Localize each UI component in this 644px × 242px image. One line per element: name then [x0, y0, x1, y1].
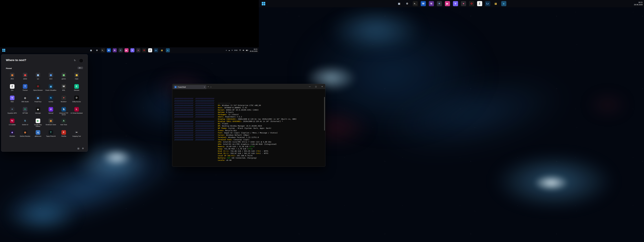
recent-folder-icon[interactable]: ▤ — [78, 147, 79, 150]
start-menu-app[interactable]: ▦ maps — [70, 73, 83, 81]
start-button[interactable] — [260, 0, 267, 7]
taskbar-app-icon[interactable]: V — [130, 48, 134, 52]
start-menu-app[interactable]: V Viber — [6, 96, 19, 104]
tab-dropdown-button[interactable]: ⌄ — [210, 85, 212, 88]
settings-icon[interactable]: ⚙ — [82, 147, 84, 150]
start-menu-app[interactable]: ▦ store — [44, 73, 57, 81]
taskbar-app-icon[interactable]: W — [107, 48, 111, 52]
taskbar-app-icon[interactable]: Z — [477, 1, 482, 6]
start-menu-app[interactable]: L LG Smart Assistant — [70, 107, 83, 116]
start-menu-app[interactable]: ⇅ Universal FTP Server — [57, 107, 70, 116]
start-button[interactable] — [1, 47, 7, 53]
language-indicator[interactable]: ENG — [234, 49, 238, 51]
start-menu-app[interactable]: ▦ adobe — [19, 73, 32, 81]
start-menu-app[interactable]: ▦ PowerToys — [32, 96, 44, 104]
taskbar-app-icon[interactable]: Lr — [485, 1, 490, 6]
app-glyph: N — [50, 96, 52, 99]
start-menu-app[interactable]: ✂ Snipping Tool — [70, 130, 83, 139]
onedrive-icon[interactable]: ☁ — [228, 49, 230, 51]
new-tab-button[interactable]: + — [208, 85, 209, 88]
taskbar-app-icon[interactable]: ▶ — [445, 1, 450, 6]
volume-icon[interactable] — [242, 49, 244, 51]
taskbar-app-icon[interactable]: ✦ — [118, 48, 123, 52]
taskbar-app-icon[interactable]: O — [469, 1, 474, 6]
start-menu-app[interactable]: ◎ OBS Studio — [19, 96, 32, 104]
start-menu-app[interactable]: S Seelen UI — [19, 118, 32, 127]
taskbar-app-icon[interactable]: ▤ — [493, 1, 498, 6]
app-label: DaVinci Resolve — [20, 135, 30, 139]
clock[interactable]: 18:21 26.06.2025 — [634, 1, 643, 6]
start-menu-app[interactable]: Z Zen — [6, 84, 19, 93]
start-menu-app[interactable]: ▦ sys — [32, 73, 44, 81]
tab-close-icon[interactable]: ✕ — [204, 86, 205, 88]
start-menu-app[interactable]: W WSL — [57, 84, 70, 93]
start-menu-app[interactable]: A Auto Tools — [57, 118, 70, 127]
close-button[interactable]: ✕ — [319, 84, 325, 89]
start-menu-app[interactable]: D Dolby Access — [70, 96, 83, 104]
start-menu-app[interactable]: N nuclear — [44, 96, 57, 104]
refresh-icon[interactable]: ↻ — [74, 59, 76, 62]
start-menu-app[interactable]: q qBittorrent — [32, 130, 44, 139]
start-menu-app[interactable]: O Opera Browser — [32, 84, 44, 93]
taskbar-app-icon[interactable]: V — [453, 1, 458, 6]
wifi-icon[interactable] — [239, 49, 241, 51]
start-menu-app[interactable]: ◆ Inkscape — [32, 107, 44, 116]
app-glyph: ▦ — [63, 74, 65, 76]
taskbar-app-icon[interactable]: ▦ — [89, 48, 93, 52]
hidden-icons-chevron[interactable]: ∧ — [226, 49, 227, 51]
taskbar-app-icon[interactable]: Lr — [154, 48, 158, 52]
start-menu-app[interactable]: ♥ Nicotine+ — [57, 96, 70, 104]
taskbar-app-icon[interactable]: Z — [148, 48, 152, 52]
avatar[interactable] — [79, 58, 83, 63]
tray-app-icon[interactable]: ✦ — [232, 49, 233, 51]
app-label: DroidCam Client — [46, 124, 56, 127]
taskbar-app-icon[interactable]: ♥ — [136, 48, 140, 52]
taskbar-app-icon[interactable]: N — [113, 48, 117, 52]
start-menu-app[interactable]: ↻ LG Update — [6, 118, 19, 127]
start-menu-app[interactable]: ≡ Equalizer APO — [6, 107, 19, 116]
start-menu-app[interactable]: T Thorium — [19, 84, 32, 93]
taskbar-app-icon[interactable]: e — [166, 48, 170, 52]
info-value: 742,66 GiB / 953,05 GiB ( — [230, 150, 257, 152]
taskbar-app-icon[interactable]: O — [142, 48, 146, 52]
minimize-button[interactable]: — — [307, 84, 313, 89]
start-menu-app[interactable]: U Upscayl — [44, 107, 57, 116]
start-menu-app[interactable]: T Topaz Photo AI — [44, 130, 57, 139]
start-menu-title: Where to next? — [6, 58, 26, 62]
start-menu-app[interactable]: G GPT4All — [19, 107, 32, 116]
taskbar-app-icon[interactable]: ▤ — [160, 48, 164, 52]
taskbar-app-icon[interactable]: N — [429, 1, 434, 6]
start-menu-app[interactable]: ◉ DroidCam Client — [44, 118, 57, 127]
terminal-titlebar[interactable]: > PowerShell ✕ + ⌄ — ▢ ✕ — [172, 84, 325, 89]
start-menu-app[interactable]: F FileZilla — [57, 130, 70, 139]
start-menu-app[interactable]: ◆ Obsidian — [6, 130, 19, 139]
taskbar-app-icon[interactable]: >_ — [101, 48, 105, 52]
start-menu-app[interactable]: ◍ DaVinci Resolve — [19, 130, 32, 139]
all-apps-button[interactable]: All › — [78, 67, 83, 69]
start-menu-app[interactable] — [70, 118, 83, 127]
taskbar-app-icon[interactable]: ▶ — [124, 48, 128, 52]
taskbar-app-icon[interactable]: e — [501, 1, 506, 6]
start-menu-app[interactable]: ▣ Oracle VirtualBox — [44, 84, 57, 93]
info-value-post: ) - NTFS — [260, 152, 268, 154]
info-label: OS: — [218, 104, 222, 106]
taskbar-app-icon[interactable]: >_ — [413, 1, 418, 6]
start-menu-app[interactable]: ▶ Google Play Games — [32, 118, 44, 127]
battery-icon[interactable] — [246, 50, 248, 51]
terminal-tab[interactable]: > PowerShell ✕ — [173, 85, 206, 89]
clock[interactable]: 18:21 26.06.2025 — [250, 48, 258, 52]
start-menu-app[interactable]: ▦ office — [6, 73, 19, 81]
start-menu-app[interactable]: E Element — [70, 84, 83, 93]
taskbar-app-icon[interactable]: W — [421, 1, 426, 6]
taskbar-app-icon[interactable]: ⚙ — [405, 1, 410, 6]
taskbar-app-icon[interactable]: ⚙ — [95, 48, 99, 52]
app-icon: ◎ — [23, 96, 27, 100]
taskbar-app-icon[interactable]: ♥ — [461, 1, 466, 6]
start-menu-app[interactable]: ▦ games — [57, 73, 70, 81]
taskbar-app-icon[interactable]: ▦ — [396, 1, 402, 6]
maximize-button[interactable]: ▢ — [313, 84, 319, 89]
info-value: 16T90SP-K.ADB9U1 (1.0) — [224, 107, 247, 109]
taskbar-app-icon[interactable]: ✦ — [437, 1, 442, 6]
app-icon: E — [74, 84, 79, 89]
terminal-scrollbar[interactable] — [324, 97, 325, 131]
